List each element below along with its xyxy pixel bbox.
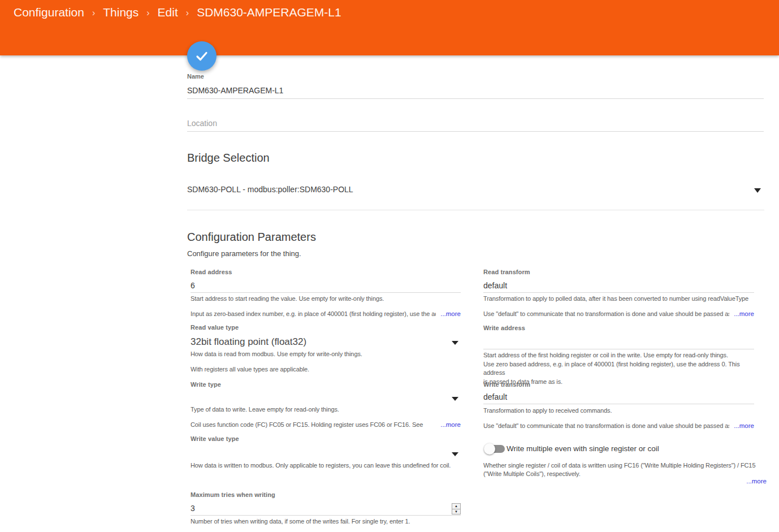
read-value-type-help: How data is read from modbus. Use empty … <box>191 350 461 358</box>
write-type-more-link[interactable]: ...more <box>440 421 461 428</box>
dropdown-arrow-icon <box>452 341 458 345</box>
breadcrumb: Configuration › Things › Edit › SDM630-A… <box>14 6 341 19</box>
write-type-help: Type of data to write. Leave empty for r… <box>191 405 461 414</box>
bridge-select-value: SDM630-POLL - modbus:poller:SDM630-POLL <box>187 185 353 194</box>
write-transform-label: Write transform <box>483 381 530 388</box>
config-parameters-description: Configure parameters for the thing. <box>187 249 301 258</box>
write-value-type-label: Write value type <box>191 435 239 442</box>
edit-thing-page: Configuration › Things › Edit › SDM630-A… <box>0 0 779 532</box>
write-address-label: Write address <box>483 325 525 331</box>
read-transform-help: Transformation to apply to polled data, … <box>483 295 754 303</box>
write-type-help-extra: Coil uses function code (FC) FC05 or FC1… <box>191 421 461 428</box>
name-label: Name <box>187 73 204 80</box>
write-address-input[interactable] <box>483 337 754 349</box>
write-multiple-help: Whether single register / coil of data i… <box>483 461 763 478</box>
write-value-type-select[interactable] <box>191 448 461 460</box>
bridge-selection-heading: Bridge Selection <box>187 152 270 165</box>
write-transform-more-link[interactable]: ...more <box>734 422 754 429</box>
spinner-down-icon[interactable]: ▼ <box>452 509 460 514</box>
read-transform-label: Read transform <box>483 269 530 275</box>
breadcrumb-item-edit[interactable]: Edit <box>158 6 178 19</box>
read-address-more-link[interactable]: ...more <box>440 310 461 317</box>
chevron-right-icon: › <box>92 7 95 18</box>
write-multiple-toggle[interactable] <box>484 443 507 455</box>
read-address-label: Read address <box>191 269 232 275</box>
write-multiple-label: Write multiple even with single register… <box>507 444 659 453</box>
read-value-type-select[interactable]: 32bit floating point (float32) <box>191 336 461 350</box>
location-input[interactable]: Location <box>187 116 764 132</box>
chevron-right-icon: › <box>146 7 149 18</box>
read-transform-input[interactable]: default <box>483 279 754 293</box>
max-tries-help: Number of tries when writing data, if so… <box>191 517 461 526</box>
breadcrumb-item-things[interactable]: Things <box>103 6 139 19</box>
read-address-help: Start address to start reading the value… <box>191 295 461 303</box>
read-transform-help-extra: Use "default" to communicate that no tra… <box>483 310 754 317</box>
dropdown-arrow-icon <box>452 397 458 401</box>
read-address-help-extra: Input as zero-based index number, e.g. i… <box>191 310 461 317</box>
max-tries-label: Maximum tries when writing <box>191 491 275 498</box>
config-parameters-heading: Configuration Parameters <box>187 231 316 244</box>
write-transform-help: Transformation to apply to received comm… <box>483 406 754 415</box>
max-tries-input[interactable]: 3 ▲ ▼ <box>191 503 461 516</box>
breadcrumb-current-thing: SDM630-AMPERAGEM-L1 <box>197 6 341 19</box>
read-value-type-value: 32bit floating point (float32) <box>191 336 306 347</box>
name-input[interactable]: SDM630-AMPERAGEM-L1 <box>187 84 764 99</box>
breadcrumb-item-configuration[interactable]: Configuration <box>14 6 84 19</box>
toggle-thumb <box>484 443 495 455</box>
read-transform-more-link[interactable]: ...more <box>734 310 754 317</box>
number-spinner[interactable]: ▲ ▼ <box>452 503 461 514</box>
write-type-select[interactable] <box>191 392 461 405</box>
write-type-label: Write type <box>191 381 221 388</box>
spinner-up-icon[interactable]: ▲ <box>452 504 460 509</box>
save-button[interactable] <box>187 41 217 71</box>
read-value-type-help-extra: With registers all value types are appli… <box>191 365 461 374</box>
read-address-input[interactable]: 6 <box>191 279 461 293</box>
read-value-type-label: Read value type <box>191 324 239 331</box>
write-transform-input[interactable]: default <box>483 391 754 404</box>
write-multiple-more-link[interactable]: ...more <box>488 478 767 485</box>
check-icon <box>194 49 209 63</box>
dropdown-arrow-icon <box>452 452 458 456</box>
dropdown-arrow-icon <box>754 188 761 193</box>
write-transform-help-extra: Use "default" to communicate that no tra… <box>483 422 754 429</box>
chevron-right-icon: › <box>186 7 189 18</box>
bridge-select[interactable]: SDM630-POLL - modbus:poller:SDM630-POLL <box>187 185 764 210</box>
write-value-type-help: How data is written to modbus. Only appl… <box>191 461 461 470</box>
app-bar: Configuration › Things › Edit › SDM630-A… <box>0 0 779 55</box>
